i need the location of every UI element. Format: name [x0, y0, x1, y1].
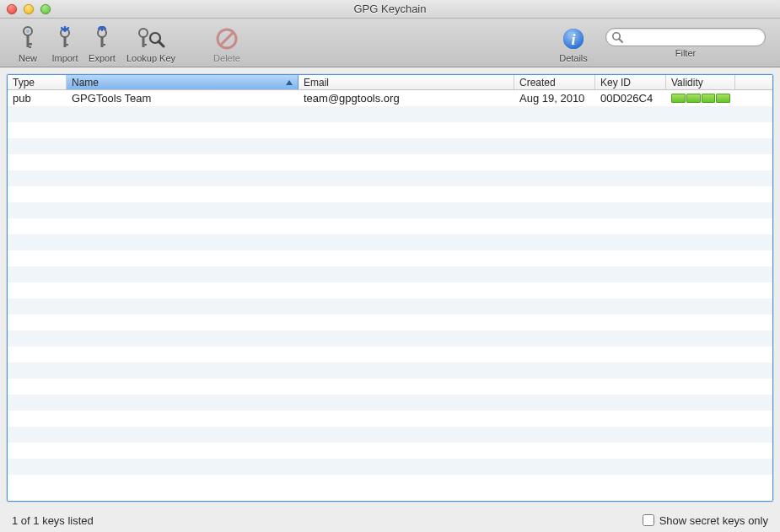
svg-rect-12 [143, 37, 145, 47]
svg-rect-7 [66, 44, 68, 46]
search-field[interactable] [605, 28, 766, 46]
column-header-end [735, 75, 772, 89]
svg-rect-6 [64, 37, 67, 47]
cell-validity [666, 94, 735, 104]
search-icon [611, 31, 624, 44]
show-secret-keys-checkbox[interactable]: Show secret keys only [643, 514, 768, 527]
column-header-type[interactable]: Type [8, 75, 67, 89]
svg-line-22 [619, 39, 622, 42]
table-row-empty [8, 427, 772, 443]
svg-line-15 [159, 41, 164, 46]
filter-label: Filter [675, 48, 696, 58]
close-window-button[interactable] [7, 4, 17, 14]
table-row-empty [8, 411, 772, 427]
table-row-empty [8, 266, 772, 282]
svg-rect-2 [27, 35, 30, 47]
table-header: Type Name Email Created Key ID Validity [8, 75, 772, 90]
window-title: GPG Keychain [0, 3, 780, 15]
svg-text:i: i [571, 31, 575, 48]
details-button[interactable]: i Details [556, 23, 591, 63]
delete-button: Delete [209, 23, 245, 63]
keys-table: Type Name Email Created Key ID Validity … [7, 74, 773, 502]
column-header-keyid[interactable]: Key ID [595, 75, 666, 89]
table-row-empty [8, 234, 772, 250]
table-row-empty [8, 138, 772, 154]
key-new-icon [19, 24, 37, 53]
table-row-empty [8, 186, 772, 202]
column-header-created[interactable]: Created [514, 75, 595, 89]
export-button[interactable]: Export [84, 23, 120, 63]
table-row-empty [8, 122, 772, 138]
export-label: Export [89, 53, 116, 63]
table-row[interactable]: pubGPGTools Teamteam@gpgtools.orgAug 19,… [8, 90, 772, 106]
info-icon: i [562, 24, 585, 53]
table-row-empty [8, 202, 772, 218]
column-header-name[interactable]: Name [67, 75, 299, 89]
minimize-window-button[interactable] [24, 4, 34, 14]
table-row-empty [8, 475, 772, 491]
new-button[interactable]: New [10, 23, 46, 63]
window-controls [7, 4, 51, 14]
validity-indicator [671, 94, 730, 104]
table-row-empty [8, 379, 772, 395]
cell-email: team@gpgtools.org [299, 92, 514, 105]
svg-point-1 [26, 30, 30, 33]
toolbar: New Import Export [0, 19, 780, 67]
lookup-label: Lookup Key [126, 53, 175, 63]
svg-rect-10 [103, 44, 105, 46]
filter-search: Filter [601, 28, 770, 58]
secret-keys-only-input[interactable] [643, 514, 654, 526]
table-row-empty [8, 330, 772, 347]
table-row-empty [8, 347, 772, 363]
table-row-empty [8, 170, 772, 186]
svg-rect-3 [29, 43, 32, 46]
table-body[interactable]: pubGPGTools Teamteam@gpgtools.orgAug 19,… [8, 90, 772, 501]
column-header-email[interactable]: Email [299, 75, 514, 89]
delete-label: Delete [213, 53, 240, 63]
svg-line-17 [221, 33, 233, 45]
table-row-empty [8, 363, 772, 379]
import-label: Import [51, 53, 78, 63]
key-export-icon [92, 24, 112, 53]
table-row-empty [8, 154, 772, 170]
zoom-window-button[interactable] [40, 4, 51, 14]
cell-type: pub [8, 92, 67, 105]
svg-rect-4 [29, 46, 31, 48]
status-bar: 1 of 1 keys listed Show secret keys only [0, 508, 780, 532]
cell-created: Aug 19, 2010 [514, 92, 595, 105]
svg-rect-13 [144, 44, 147, 46]
cell-name: GPGTools Team [67, 92, 299, 105]
table-row-empty [8, 250, 772, 266]
key-lookup-icon [137, 24, 165, 53]
details-label: Details [559, 53, 588, 63]
search-input[interactable] [627, 31, 760, 43]
key-import-icon [55, 24, 75, 53]
lookup-key-button[interactable]: Lookup Key [121, 23, 180, 63]
secret-keys-only-label: Show secret keys only [659, 514, 768, 527]
import-button[interactable]: Import [47, 23, 83, 63]
new-label: New [19, 53, 37, 63]
table-row-empty [8, 459, 772, 475]
table-row-empty [8, 314, 772, 330]
cell-keyid: 00D026C4 [595, 92, 666, 105]
titlebar: GPG Keychain [0, 0, 780, 19]
column-header-validity[interactable]: Validity [666, 75, 735, 89]
status-count: 1 of 1 keys listed [12, 514, 94, 527]
svg-point-11 [139, 29, 148, 37]
svg-rect-9 [101, 37, 104, 47]
table-row-empty [8, 443, 772, 459]
table-row-empty [8, 282, 772, 298]
prohibit-icon [215, 24, 239, 53]
table-row-empty [8, 218, 772, 234]
table-row-empty [8, 395, 772, 411]
table-row-empty [8, 298, 772, 314]
content-area: Type Name Email Created Key ID Validity … [0, 67, 780, 508]
table-row-empty [8, 106, 772, 122]
